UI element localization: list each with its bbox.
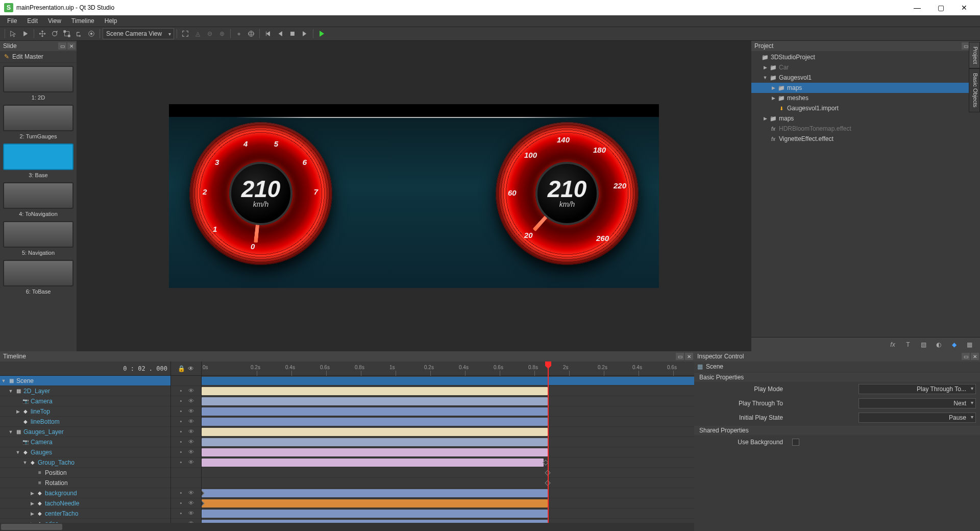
timeline-row[interactable]: ◆lineBottom — [0, 417, 170, 427]
clip-bar[interactable] — [202, 438, 548, 446]
visibility-toggle-icon[interactable]: 👁 — [188, 449, 195, 456]
edit-master-button[interactable]: ✎ Edit Master — [0, 51, 77, 63]
project-tree-row[interactable]: VignetteEffect.effect — [751, 134, 980, 144]
tool-rotate-icon[interactable] — [49, 28, 60, 39]
tab-project[interactable]: Project — [969, 42, 980, 68]
track[interactable] — [202, 478, 694, 488]
timeline-row[interactable]: ▼▦2D_Layer — [0, 386, 170, 396]
project-presentation-icon[interactable]: ▦ — [965, 340, 974, 349]
row-toggle-icon[interactable]: ▶ — [30, 491, 35, 496]
timeline-row[interactable]: ▶◆background — [0, 488, 170, 498]
camera-select[interactable]: Scene Camera View — [103, 28, 174, 39]
slide-item[interactable]: 4: ToNavigation — [3, 182, 74, 217]
slide-item[interactable]: 1: 2D — [3, 66, 74, 101]
timeline-row[interactable]: ▶◆lineTop — [0, 406, 170, 417]
project-fx-icon[interactable]: fx — [888, 340, 897, 349]
timeline-ruler[interactable]: 0s 0.2s0.4s0.6s0.8s1s0.2s0.4s0.6s0.8s2s0… — [202, 361, 694, 376]
visibility-toggle-icon[interactable]: 👁 — [188, 500, 195, 507]
track[interactable] — [202, 509, 694, 519]
menu-edit[interactable]: Edit — [22, 16, 43, 26]
timeline-row[interactable]: ▶◆centerTacho — [0, 509, 170, 519]
row-toggle-icon[interactable]: ▼ — [22, 460, 28, 465]
slide-item[interactable]: 3: Base — [3, 143, 74, 178]
menu-timeline[interactable]: Timeline — [66, 16, 100, 26]
shy-toggle-icon[interactable]: • — [178, 459, 185, 466]
timeline-hscroll[interactable] — [0, 523, 694, 531]
track[interactable] — [202, 468, 694, 478]
playback-prev-icon[interactable] — [275, 28, 286, 39]
clip-bar[interactable] — [202, 510, 548, 518]
project-tree-row[interactable]: Gaugesvol1.import — [751, 103, 980, 113]
track[interactable] — [202, 488, 694, 498]
timeline-row[interactable]: 📷Camera — [0, 396, 170, 406]
row-toggle-icon[interactable]: ▶ — [30, 511, 35, 516]
menu-view[interactable]: View — [43, 16, 66, 26]
project-tree-row[interactable]: ▼Gaugesvol1 — [751, 73, 980, 83]
panel-float-icon[interactable]: ▭ — [676, 353, 684, 360]
track[interactable] — [202, 519, 694, 523]
panel-close-icon[interactable]: ✕ — [685, 353, 693, 360]
play-through-select[interactable]: Next — [859, 398, 976, 408]
timeline-row[interactable]: ▶◆edge — [0, 519, 170, 523]
tree-toggle-icon[interactable]: ▼ — [763, 75, 768, 80]
playback-first-icon[interactable] — [262, 28, 274, 39]
tool-pivot-icon[interactable] — [86, 28, 97, 39]
clip-bar[interactable] — [202, 377, 694, 385]
clip-bar[interactable] — [202, 397, 548, 405]
timeline-row[interactable]: ▼◆Gauges — [0, 447, 170, 457]
timeline-row[interactable]: ▼▦Scene — [0, 376, 170, 386]
track[interactable] — [202, 447, 694, 457]
clip-bar[interactable] — [202, 448, 548, 456]
playback-next-icon[interactable] — [299, 28, 310, 39]
shy-toggle-icon[interactable]: • — [178, 500, 185, 507]
panel-close-icon[interactable]: ✕ — [971, 353, 979, 360]
track[interactable] — [202, 498, 694, 509]
timeline-row[interactable]: ▼◆Group_Tacho — [0, 457, 170, 468]
visibility-toggle-icon[interactable]: 👁 — [188, 510, 195, 517]
shy-toggle-icon[interactable]: • — [178, 388, 185, 395]
tree-toggle-icon[interactable]: ▶ — [771, 85, 776, 90]
clip-bar[interactable] — [202, 407, 548, 416]
timeline-row[interactable]: 📷Camera — [0, 437, 170, 447]
viewport[interactable]: 0 1 2 3 4 5 6 7 210 km/h 20 60 100 — [77, 41, 751, 351]
clip-bar[interactable] — [202, 499, 548, 508]
tool-zoomout-icon[interactable]: ⊖ — [204, 28, 215, 39]
project-tree-row[interactable]: ▶meshes — [751, 93, 980, 103]
slide-item[interactable]: 6: ToBase — [3, 260, 74, 295]
tool-shade-icon[interactable]: ● — [233, 28, 244, 39]
visibility-toggle-icon[interactable]: 👁 — [188, 408, 195, 415]
tool-select-icon[interactable] — [8, 28, 19, 39]
panel-float-icon[interactable]: ▭ — [962, 353, 970, 360]
track[interactable] — [202, 376, 694, 386]
playback-stop-icon[interactable] — [287, 28, 298, 39]
project-text-icon[interactable]: T — [903, 340, 913, 349]
timeline-row[interactable]: ▶◆tachoNeedle — [0, 498, 170, 509]
menu-file[interactable]: File — [2, 16, 22, 26]
row-toggle-icon[interactable]: ▼ — [15, 450, 20, 455]
tree-toggle-icon[interactable]: ▶ — [771, 95, 776, 101]
track[interactable] — [202, 406, 694, 417]
panel-close-icon[interactable]: ✕ — [67, 42, 76, 50]
project-image-icon[interactable]: ▧ — [919, 340, 928, 349]
visibility-toggle-icon[interactable]: 👁 — [188, 459, 195, 466]
timeline-row[interactable]: ≡Rotation — [0, 478, 170, 488]
tool-play-icon[interactable] — [20, 28, 31, 39]
tool-scale-icon[interactable] — [61, 28, 72, 39]
window-close-button[interactable]: ✕ — [952, 0, 976, 15]
clip-bar[interactable] — [202, 458, 544, 467]
lock-header-icon[interactable]: 🔒 — [178, 365, 185, 372]
visibility-toggle-icon[interactable]: 👁 — [188, 398, 195, 405]
tool-wire-icon[interactable] — [246, 28, 257, 39]
tool-local-icon[interactable] — [74, 28, 85, 39]
track[interactable] — [202, 457, 694, 468]
tool-zoomto-icon[interactable]: ◬ — [192, 28, 203, 39]
clip-bar[interactable] — [202, 418, 548, 426]
shy-toggle-icon[interactable]: • — [178, 510, 185, 517]
play-mode-select[interactable]: Play Through To... — [859, 384, 976, 394]
tree-toggle-icon[interactable]: ▶ — [763, 65, 768, 70]
visibility-toggle-icon[interactable]: 👁 — [188, 428, 195, 436]
initial-state-select[interactable]: Pause — [859, 413, 976, 423]
playback-play-icon[interactable] — [316, 28, 327, 39]
project-tree-row[interactable]: ▶Car — [751, 62, 980, 73]
project-tree-row[interactable]: ▶maps — [751, 113, 980, 124]
